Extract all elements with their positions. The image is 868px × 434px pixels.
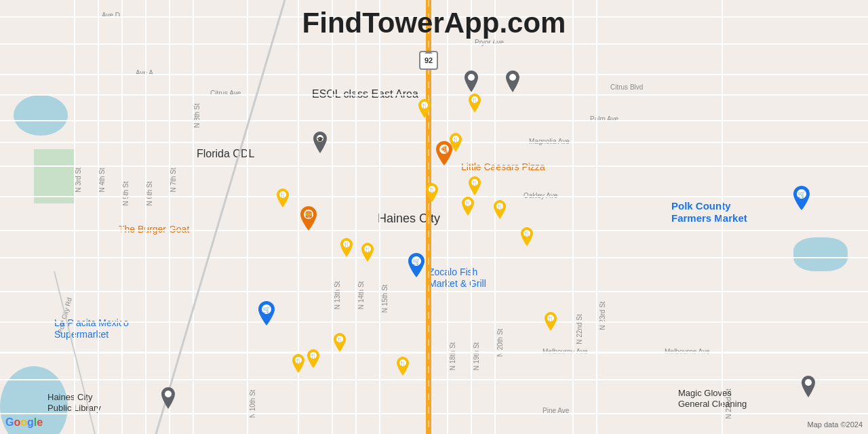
svg-text:🍴: 🍴 [471, 180, 478, 186]
pin-zocalo: 🛒 [406, 253, 427, 280]
svg-text:🍴: 🍴 [421, 102, 428, 109]
svg-point-47 [165, 391, 172, 397]
svg-text:🛒: 🛒 [412, 257, 421, 266]
svg-text:🍴: 🍴 [524, 231, 530, 237]
pin-orange-lc: 🍕 [434, 141, 454, 168]
svg-text:🍴: 🍴 [465, 200, 471, 207]
svg-text:🍴: 🍴 [496, 203, 503, 210]
svg-point-83 [509, 74, 516, 81]
pin-library [159, 387, 177, 412]
pin-yellow-8: 🍴 [519, 227, 534, 249]
pin-yellow-6: 🍴 [460, 197, 475, 218]
pin-dark-top [504, 71, 521, 95]
svg-point-38 [468, 74, 475, 81]
highway-shield-92: 92 [419, 51, 438, 70]
svg-text:🛒: 🛒 [797, 190, 806, 199]
svg-text:🍴: 🍴 [310, 353, 317, 359]
pin-burger-goat: 🍔 [298, 206, 319, 233]
pin-yellow-2: 🍴 [417, 99, 432, 121]
pin-yellow-9: 🍴 [275, 189, 290, 210]
svg-text:🍴: 🍴 [336, 336, 343, 343]
svg-text:🎓: 🎓 [317, 136, 323, 142]
svg-text:🍴: 🍴 [399, 360, 406, 367]
pin-yellow-4: 🍴 [425, 183, 439, 205]
pin-yellow-16: 🍴 [543, 312, 558, 334]
pin-yellow-10: 🍴 [339, 238, 354, 260]
pin-yellow-14: 🍴 [332, 333, 347, 355]
pin-yellow-13: 🍴 [291, 354, 306, 376]
svg-text:🍴: 🍴 [364, 246, 371, 253]
map-data-text: Map data ©2024 [808, 420, 863, 429]
pin-yellow-7: 🍴 [492, 200, 507, 222]
svg-line-34 [156, 0, 285, 434]
pin-florida-cdl: 🎓 [311, 132, 329, 156]
google-logo: Google [5, 416, 43, 429]
pin-polk-farmers: 🛒 [791, 186, 812, 213]
svg-text:🍴: 🍴 [429, 186, 435, 193]
pin-esol [462, 71, 480, 95]
svg-text:🍴: 🍴 [547, 315, 554, 322]
pin-yellow-5: 🍴 [467, 176, 482, 198]
pin-magic-gloves [800, 376, 817, 400]
map-container[interactable]: FindTowerApp.com 92 Ave D Pryor Ave Ave … [0, 0, 868, 434]
svg-text:🍕: 🍕 [440, 145, 449, 154]
pin-yellow-11: 🍴 [360, 243, 375, 264]
pin-yellow-1: 🍴 [467, 94, 482, 115]
svg-text:🍴: 🍴 [279, 192, 286, 199]
svg-text:🛒: 🛒 [262, 305, 271, 314]
pin-la-placita: 🛒 [256, 301, 277, 328]
svg-text:🍔: 🍔 [304, 210, 313, 219]
svg-text:🍴: 🍴 [343, 241, 350, 248]
pin-yellow-12: 🍴 [306, 349, 321, 371]
svg-text:🍴: 🍴 [295, 357, 302, 364]
svg-text:🍴: 🍴 [471, 97, 478, 104]
pin-yellow-15: 🍴 [395, 357, 410, 378]
svg-point-48 [805, 379, 812, 386]
